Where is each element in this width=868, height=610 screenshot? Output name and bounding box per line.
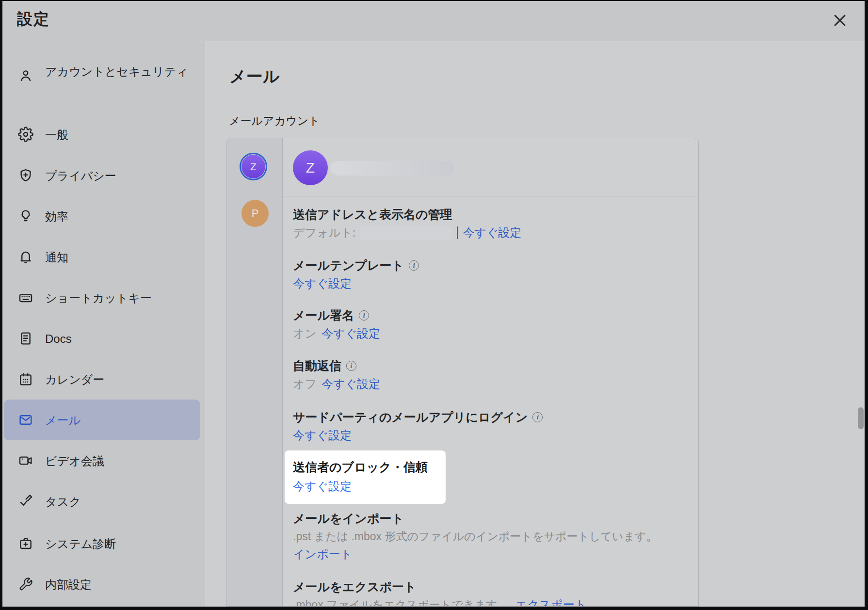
sidebar-item-label: ビデオ会議 [45, 450, 191, 472]
set-now-link[interactable]: 今すぐ設定 [293, 276, 352, 291]
sidebar-item-docs[interactable]: Docs [2, 330, 205, 347]
scrollbar-thumb[interactable] [858, 407, 864, 429]
settings-modal: 設定 アカウントとセキュリティ 一般 プライバシー [0, 0, 868, 610]
set-now-link[interactable]: 今すぐ設定 [463, 225, 521, 241]
sidebar-item-internal-settings[interactable]: 内部設定 [2, 576, 205, 593]
close-button[interactable] [827, 8, 852, 33]
section-title: メールをエクスポート [293, 579, 417, 595]
section-title: 送信者のブロック・信頼 [293, 459, 428, 475]
section-send-address: 送信アドレスと表示名の管理 [293, 207, 452, 223]
sidebar-item-notifications[interactable]: 通知 [2, 249, 205, 265]
account-avatar-selected[interactable]: Z [240, 153, 267, 180]
sidebar-item-label: 通知 [45, 246, 191, 268]
divider [283, 196, 699, 196]
sidebar-item-tasks[interactable]: タスク [2, 493, 205, 510]
email-address-redacted [330, 161, 454, 176]
section-title: 自動返信 [293, 358, 341, 374]
set-now-link[interactable]: 今すぐ設定 [321, 326, 380, 341]
status-value: オン [293, 326, 317, 341]
set-now-link[interactable]: 今すぐ設定 [293, 428, 352, 443]
export-description: .mbox ファイルをエクスポートできます。 [293, 597, 509, 607]
export-link[interactable]: エクスポート [515, 597, 587, 607]
sidebar-item-system-diagnostics[interactable]: システム診断 [2, 535, 205, 552]
set-now-link[interactable]: 今すぐ設定 [321, 376, 380, 392]
sidebar-item-video-meetings[interactable]: ビデオ会議 [2, 452, 205, 469]
settings-sidebar: アカウントとセキュリティ 一般 プライバシー 効率 通知 [2, 41, 205, 607]
account-avatar[interactable]: P [241, 200, 269, 227]
info-icon[interactable]: i [532, 412, 543, 422]
section-auto-reply: 自動返信 i [293, 358, 356, 374]
shield-plus-icon [17, 167, 34, 184]
mail-account-label: メールアカウント [229, 113, 320, 128]
section-title: メール署名 [293, 307, 354, 323]
section-export-mail: メールをエクスポート [293, 579, 417, 595]
info-icon[interactable]: i [359, 310, 369, 321]
section-block-trust-senders-spotlight: 送信者のブロック・信頼 今すぐ設定 [285, 450, 446, 504]
section-title: サードパーティのメールアプリにログイン [293, 409, 528, 425]
sidebar-item-label: カレンダー [45, 369, 191, 390]
envelope-icon [17, 412, 34, 428]
section-third-party-login: サードパーティのメールアプリにログイン i [293, 409, 543, 425]
first-aid-icon [17, 535, 34, 552]
section-mail-signature: メール署名 i [293, 307, 369, 323]
info-icon[interactable]: i [409, 260, 419, 271]
set-now-link[interactable]: 今すぐ設定 [293, 479, 352, 494]
page-title: メール [229, 65, 280, 88]
section-title: 送信アドレスと表示名の管理 [293, 207, 452, 223]
sidebar-item-shortcuts[interactable]: ショートカットキー [2, 289, 205, 306]
video-camera-icon [17, 452, 34, 469]
wrench-icon [17, 576, 34, 593]
gear-icon [17, 126, 34, 143]
close-icon [832, 12, 848, 29]
sidebar-item-label: Docs [45, 328, 191, 350]
lightbulb-icon [17, 208, 34, 225]
section-block-trust-senders: 送信者のブロック・信頼 [293, 459, 428, 475]
document-icon [17, 330, 34, 347]
sidebar-item-label: 効率 [45, 206, 191, 227]
mail-account-card: Z P Z 送信アドレスと表示名の管理 デフォルト: 今すぐ設定 メールテンプレ… [226, 138, 699, 607]
task-check-icon [17, 493, 34, 510]
calendar-icon [17, 371, 34, 387]
keyboard-icon [17, 289, 34, 306]
section-title: メールをインポート [293, 511, 404, 527]
section-import-mail: メールをインポート [293, 511, 404, 527]
status-value: オフ [293, 376, 317, 392]
sidebar-item-label: 一般 [45, 124, 191, 145]
account-switcher-rail: Z P [227, 138, 283, 606]
bell-icon [17, 249, 34, 265]
sidebar-item-calendar[interactable]: カレンダー [2, 371, 205, 387]
sidebar-item-label: アカウントとセキュリティ [45, 61, 191, 82]
avatar: Z [241, 155, 265, 178]
user-icon [17, 67, 34, 84]
settings-main-panel: メール メールアカウント Z P Z 送信アドレスと表示名の管理 デフォルト: [205, 41, 865, 607]
sidebar-item-label: ショートカットキー [45, 287, 191, 309]
sidebar-item-label: タスク [45, 491, 191, 513]
info-icon[interactable]: i [346, 361, 356, 371]
sidebar-item-privacy[interactable]: プライバシー [2, 167, 205, 184]
sidebar-item-label: メール [45, 409, 191, 431]
titlebar: 設定 [2, 1, 865, 41]
import-description: .pst または .mbox 形式のファイルのインポートをサポートしています。 [293, 529, 658, 544]
section-title: メールテンプレート [293, 257, 404, 273]
sidebar-item-account-security[interactable]: アカウントとセキュリティ [2, 61, 205, 104]
sidebar-item-label: システム診断 [45, 533, 191, 555]
avatar: Z [293, 150, 328, 185]
section-mail-template: メールテンプレート i [293, 257, 419, 273]
sidebar-item-general[interactable]: 一般 [2, 126, 205, 143]
dialog-title: 設定 [17, 9, 50, 30]
import-link[interactable]: インポート [293, 546, 352, 562]
separator [457, 226, 458, 239]
sidebar-item-label: 内部設定 [45, 574, 191, 595]
default-label: デフォルト: [293, 225, 355, 241]
default-address-redacted [360, 226, 452, 240]
sidebar-item-mail[interactable]: メール [2, 412, 205, 428]
sidebar-item-label: プライバシー [45, 165, 191, 187]
sidebar-item-efficiency[interactable]: 効率 [2, 208, 205, 225]
